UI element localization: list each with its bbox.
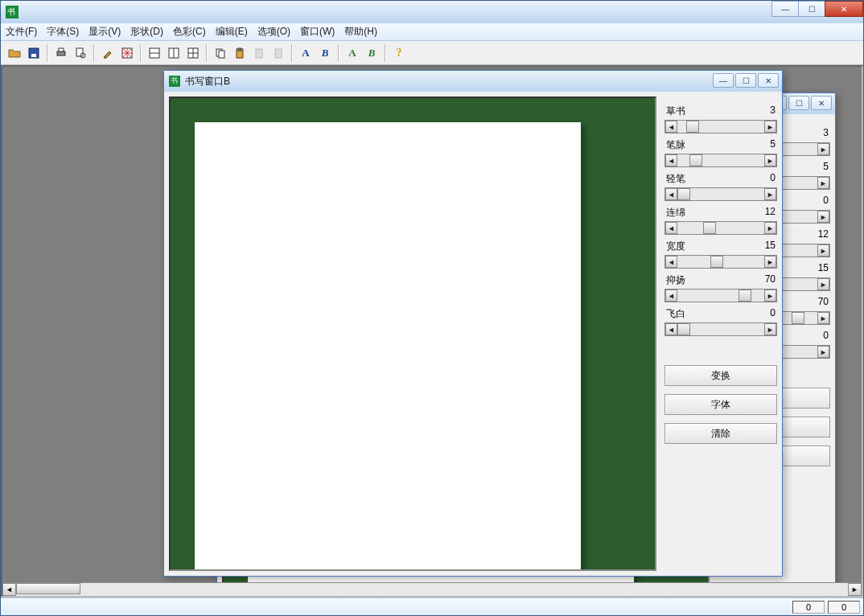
- slider-right-icon[interactable]: ►: [764, 188, 776, 200]
- menu-color[interactable]: 色彩(C): [173, 25, 206, 39]
- svg-rect-19: [275, 49, 282, 58]
- slider-thumb[interactable]: [703, 222, 716, 234]
- child-minimize-button[interactable]: —: [713, 73, 734, 88]
- workspace-hscrollbar[interactable]: ◄ ►: [2, 582, 862, 596]
- minimize-button[interactable]: —: [771, 1, 799, 17]
- param-value: 0: [823, 195, 829, 208]
- slider-left-icon[interactable]: ◄: [665, 154, 677, 166]
- maximize-button[interactable]: ☐: [798, 1, 825, 17]
- menu-help[interactable]: 帮助(H): [344, 25, 377, 39]
- param-value: 3: [770, 105, 776, 118]
- menu-edit[interactable]: 编辑(E): [216, 25, 248, 39]
- slider-thumb[interactable]: [710, 256, 723, 268]
- slider-thumb[interactable]: [677, 188, 690, 200]
- slider-right-icon[interactable]: ►: [817, 312, 829, 324]
- grid-icon[interactable]: [118, 44, 136, 62]
- slider-left-icon[interactable]: ◄: [665, 222, 677, 234]
- layout-v-icon[interactable]: [165, 44, 183, 62]
- style-a-normal[interactable]: A: [297, 44, 315, 62]
- param-label: 草书: [666, 105, 685, 118]
- child-close-button[interactable]: ✕: [758, 73, 779, 88]
- param-slider[interactable]: ◄►: [664, 154, 777, 167]
- slider-left-icon[interactable]: ◄: [665, 323, 677, 335]
- style-b-alt[interactable]: B: [363, 44, 381, 62]
- svg-rect-3: [59, 48, 64, 51]
- menu-file[interactable]: 文件(F): [6, 25, 37, 39]
- transform-button[interactable]: 变换: [664, 365, 777, 386]
- param-1: 笔脉5◄►: [664, 138, 777, 167]
- style-b-normal[interactable]: B: [316, 44, 334, 62]
- slider-thumb[interactable]: [739, 290, 751, 302]
- scroll-right-icon[interactable]: ►: [848, 583, 862, 596]
- layout-tile-icon[interactable]: [184, 44, 202, 62]
- child-app-icon: [169, 76, 180, 87]
- menu-view[interactable]: 显示(V): [88, 25, 121, 39]
- param-value: 12: [818, 228, 829, 242]
- clear-button[interactable]: 清除: [664, 423, 777, 444]
- slider-right-icon[interactable]: ►: [764, 222, 776, 234]
- status-cell-b: 0: [828, 601, 860, 614]
- font-button[interactable]: 字体: [664, 394, 777, 415]
- param-value: 5: [823, 161, 829, 175]
- param-6: 飞白0◄►: [664, 307, 777, 336]
- close-button[interactable]: ✕: [825, 1, 863, 17]
- slider-right-icon[interactable]: ►: [817, 211, 829, 223]
- slider-right-icon[interactable]: ►: [817, 244, 829, 257]
- scroll-thumb[interactable]: [16, 583, 80, 594]
- slider-right-icon[interactable]: ►: [817, 346, 829, 358]
- slider-thumb[interactable]: [792, 312, 804, 324]
- slider-left-icon[interactable]: ◄: [665, 121, 677, 133]
- child-title: 书写窗口B: [185, 75, 230, 88]
- slider-right-icon[interactable]: ►: [764, 323, 776, 335]
- param-slider[interactable]: ◄►: [664, 322, 777, 336]
- param-0: 草书3◄►: [664, 105, 777, 133]
- menu-window[interactable]: 窗口(W): [300, 25, 335, 39]
- child-maximize-button[interactable]: ☐: [735, 73, 756, 88]
- canvas-area[interactable]: [169, 97, 656, 571]
- slider-right-icon[interactable]: ►: [764, 154, 776, 166]
- preview-icon[interactable]: [72, 44, 89, 62]
- window-controls: — ☐ ✕: [772, 1, 863, 17]
- save-icon[interactable]: [25, 44, 43, 62]
- param-slider[interactable]: ◄►: [664, 187, 777, 201]
- svg-rect-17: [238, 48, 241, 51]
- help-icon[interactable]: ?: [390, 44, 408, 62]
- style-a-alt[interactable]: A: [344, 44, 361, 62]
- slider-left-icon[interactable]: ◄: [665, 188, 677, 200]
- copy-icon[interactable]: [212, 44, 229, 62]
- child-close-back[interactable]: ✕: [811, 96, 832, 110]
- svg-rect-1: [31, 54, 36, 57]
- menu-option[interactable]: 选项(O): [257, 25, 290, 39]
- child-max-back[interactable]: ☐: [788, 96, 809, 110]
- slider-thumb[interactable]: [689, 154, 702, 166]
- slider-right-icon[interactable]: ►: [817, 143, 829, 155]
- slider-right-icon[interactable]: ►: [817, 278, 829, 290]
- param-value: 3: [823, 127, 829, 141]
- statusbar: 0 0: [1, 598, 863, 615]
- paste-icon[interactable]: [231, 44, 249, 62]
- open-icon[interactable]: [6, 44, 23, 62]
- param-slider[interactable]: ◄►: [664, 289, 777, 302]
- param-value: 0: [770, 172, 776, 186]
- delete-icon[interactable]: [269, 44, 287, 62]
- param-slider[interactable]: ◄►: [664, 120, 777, 133]
- param-value: 70: [765, 273, 776, 287]
- menu-shape[interactable]: 形状(D): [130, 25, 163, 39]
- param-slider[interactable]: ◄►: [664, 221, 777, 235]
- print-icon[interactable]: [52, 44, 70, 62]
- child-titlebar[interactable]: 书写窗口B — ☐ ✕: [164, 71, 782, 92]
- scroll-left-icon[interactable]: ◄: [2, 583, 16, 596]
- brush-icon[interactable]: [99, 44, 117, 62]
- slider-right-icon[interactable]: ►: [764, 121, 776, 133]
- slider-left-icon[interactable]: ◄: [665, 256, 677, 268]
- layout-h-icon[interactable]: [146, 44, 163, 62]
- menu-font[interactable]: 字体(S): [47, 25, 79, 39]
- slider-thumb[interactable]: [686, 121, 699, 133]
- param-slider[interactable]: ◄►: [664, 255, 777, 269]
- slider-thumb[interactable]: [677, 323, 690, 335]
- paste-list-icon[interactable]: [250, 44, 268, 62]
- slider-right-icon[interactable]: ►: [764, 290, 776, 302]
- slider-right-icon[interactable]: ►: [817, 177, 829, 189]
- slider-left-icon[interactable]: ◄: [665, 290, 677, 302]
- slider-right-icon[interactable]: ►: [764, 256, 776, 268]
